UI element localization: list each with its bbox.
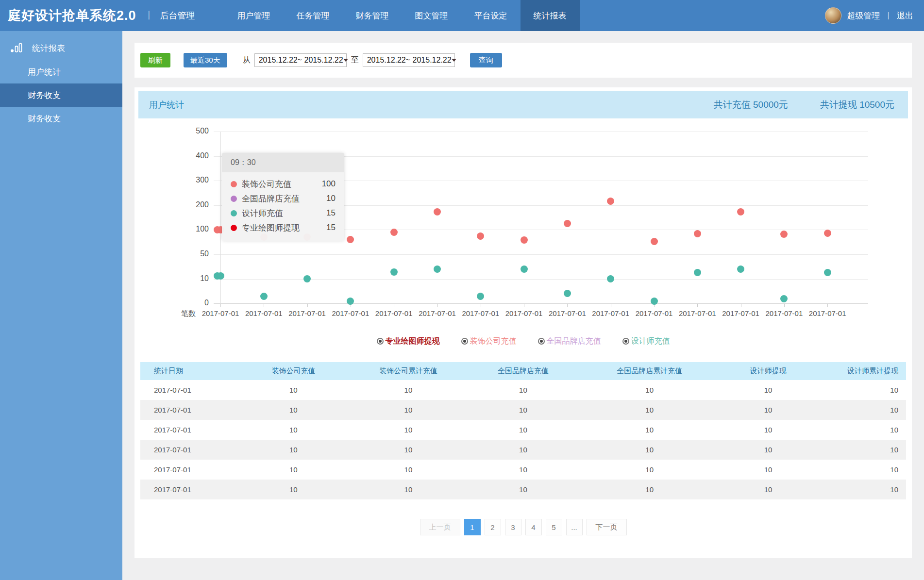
- legend-item-专业绘图师提现[interactable]: 专业绘图师提现: [377, 336, 440, 347]
- x-axis-tick: [741, 304, 741, 307]
- pagination: 上一页12345...下一页: [138, 519, 908, 535]
- x-axis-tick-label: 2017-07-01: [501, 309, 547, 317]
- panel-title: 用户统计: [149, 99, 184, 111]
- series-color-dot: [231, 181, 237, 187]
- gridline: [214, 132, 868, 132]
- bar-chart-icon: [10, 43, 23, 53]
- from-date-select[interactable]: 2015.12.22~ 2015.12.22: [254, 53, 347, 67]
- page-button-...[interactable]: ...: [566, 519, 583, 535]
- x-axis-tick: [307, 304, 308, 307]
- y-axis-tick-label: 50: [168, 249, 209, 258]
- scatter-dot: [607, 198, 614, 205]
- table-cell: 10: [240, 480, 347, 499]
- sidebar-item-财务收支[interactable]: 财务收支: [0, 107, 122, 130]
- user-stats-panel: 用户统计 共计充值 50000元 共计提现 10500元 50040030020…: [134, 87, 912, 558]
- tooltip-series-value: 15: [326, 223, 336, 232]
- scatter-dot: [434, 208, 441, 215]
- scatter-dot: [390, 268, 398, 276]
- x-axis-tick: [394, 304, 394, 307]
- to-date-select[interactable]: 2015.12.22~ 2015.12.22: [363, 53, 455, 67]
- scatter-dot: [477, 293, 484, 300]
- query-button[interactable]: 查询: [470, 53, 502, 67]
- page-button-2[interactable]: 2: [485, 519, 501, 535]
- tooltip-row: 装饰公司充值100: [231, 177, 336, 191]
- x-axis-tick-label: 2017-07-01: [674, 309, 721, 317]
- avatar[interactable]: [825, 7, 841, 24]
- from-date-value: 2015.12.22~ 2015.12.22: [259, 56, 343, 65]
- table-header-cell: 全国品牌店累计充值: [577, 362, 722, 380]
- sidebar-section-statistics[interactable]: 统计报表: [0, 36, 122, 60]
- x-axis-tick-label: 2017-07-01: [761, 309, 807, 317]
- x-axis-name: 笔数: [153, 309, 196, 318]
- legend-item-设计师充值[interactable]: 设计师充值: [622, 336, 670, 347]
- tooltip-series-value: 15: [326, 208, 336, 218]
- table-header-cell: 统计日期: [140, 362, 240, 380]
- table-cell: 10: [577, 380, 722, 400]
- radio-icon: [377, 338, 384, 345]
- page-button-5[interactable]: 5: [546, 519, 562, 535]
- nav-item-财务管理[interactable]: 财务管理: [343, 0, 402, 31]
- nav-item-任务管理[interactable]: 任务管理: [284, 0, 343, 31]
- app-subtitle: 后台管理: [160, 10, 195, 21]
- scatter-dot: [477, 232, 484, 240]
- scatter-dot: [694, 269, 701, 276]
- page-button-3[interactable]: 3: [505, 519, 521, 535]
- radio-icon: [538, 338, 545, 345]
- x-axis-tick-label: 2017-07-01: [588, 309, 634, 317]
- scatter-dot: [607, 275, 614, 282]
- table-cell: 10: [347, 400, 470, 420]
- from-label: 从: [243, 55, 251, 66]
- legend-item-全国品牌店充值[interactable]: 全国品牌店充值: [538, 336, 601, 347]
- refresh-button[interactable]: 刷新: [140, 53, 170, 67]
- user-name[interactable]: 超级管理: [847, 10, 880, 21]
- last-30-days-button[interactable]: 最近30天: [184, 53, 227, 67]
- table-cell: 10: [470, 440, 577, 460]
- main-nav: 用户管理任务管理财务管理图文管理平台设定统计报表: [224, 0, 580, 31]
- table-cell: 10: [470, 480, 577, 499]
- tooltip-rows: 装饰公司充值100全国品牌店充值10设计师充值15专业绘图师提现15: [222, 172, 344, 241]
- x-axis-tick: [524, 304, 524, 307]
- tooltip-series-label: 设计师充值: [242, 208, 283, 219]
- x-axis-tick: [220, 304, 221, 307]
- sidebar-item-财务收支[interactable]: 财务收支: [0, 83, 122, 107]
- page-button-1[interactable]: 1: [464, 519, 481, 535]
- next-page-button[interactable]: 下一页: [587, 519, 627, 535]
- table-cell: 10: [577, 460, 722, 480]
- table-header-row: 统计日期装饰公司充值装饰公司累计充值全国品牌店充值全国品牌店累计充值设计师提现设…: [140, 362, 906, 380]
- series-color-dot: [231, 225, 237, 231]
- x-axis-tick: [827, 304, 828, 307]
- radio-icon: [622, 338, 629, 345]
- sidebar-item-用户统计[interactable]: 用户统计: [0, 60, 122, 83]
- legend-item-装饰公司充值[interactable]: 装饰公司充值: [461, 336, 517, 347]
- caret-down-icon: [343, 59, 348, 62]
- scatter-dot: [390, 229, 398, 236]
- nav-item-用户管理[interactable]: 用户管理: [224, 0, 284, 31]
- series-color-dot: [231, 210, 237, 216]
- nav-item-图文管理[interactable]: 图文管理: [402, 0, 461, 31]
- tooltip-row: 全国品牌店充值10: [231, 191, 336, 206]
- table-cell: 10: [577, 400, 722, 420]
- x-axis-tick: [611, 304, 611, 307]
- toolbar: 刷新 最近30天 从 2015.12.22~ 2015.12.22 至 2015…: [134, 43, 912, 78]
- prev-page-button[interactable]: 上一页: [420, 519, 460, 535]
- table-cell: 10: [470, 380, 577, 400]
- to-date-value: 2015.12.22~ 2015.12.22: [367, 56, 452, 65]
- panel-header: 用户统计 共计充值 50000元 共计提现 10500元: [138, 91, 908, 118]
- table-row: 2017-07-01101010101010: [140, 480, 906, 499]
- table-cell: 10: [240, 460, 347, 480]
- y-axis-tick-label: 200: [168, 200, 209, 209]
- x-axis-tick-label: 2017-07-01: [197, 309, 244, 317]
- table-cell: 10: [722, 380, 814, 400]
- table-cell: 10: [814, 440, 906, 460]
- scatter-dot: [824, 269, 831, 276]
- page-button-4[interactable]: 4: [525, 519, 542, 535]
- table-cell: 10: [722, 420, 814, 440]
- legend-label: 全国品牌店充值: [547, 336, 601, 347]
- logout-link[interactable]: 退出: [897, 10, 913, 21]
- x-axis-tick-label: 2017-07-01: [544, 309, 590, 317]
- table-cell: 10: [347, 480, 470, 499]
- scatter-dot: [694, 230, 701, 237]
- nav-item-平台设定[interactable]: 平台设定: [461, 0, 521, 31]
- nav-item-统计报表[interactable]: 统计报表: [521, 0, 580, 31]
- scatter-dot: [217, 272, 224, 280]
